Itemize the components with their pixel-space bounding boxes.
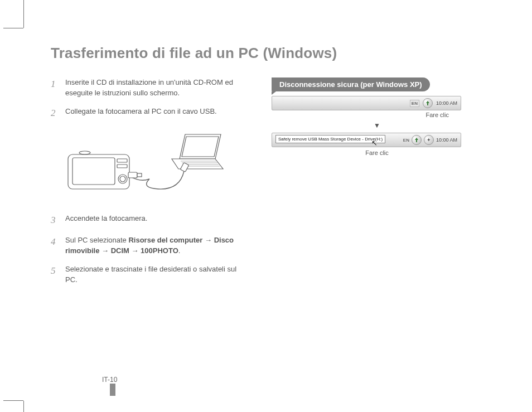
step-5: 5 Selezionate e trascinate i file deside… (51, 264, 247, 285)
language-indicator: EN (410, 100, 419, 107)
safely-remove-tooltip: Safely remove USB Mass Storage Device - … (275, 135, 385, 143)
svg-point-10 (79, 151, 90, 154)
crop-mark (3, 28, 23, 28)
safely-remove-icon (412, 135, 422, 145)
page-title: Trasferimento di file ad un PC (Windows) (51, 45, 482, 62)
right-column: Disconnessione sicura (per Windows XP) E… (272, 77, 482, 293)
step-1: 1 Inserite il CD di installazione in un'… (51, 77, 247, 99)
step-3: 3 Accendete la fotocamera. (51, 214, 247, 227)
crop-mark (3, 400, 23, 401)
cursor-icon: ↖ (371, 139, 378, 147)
click-label: Fare clic (272, 149, 482, 156)
a: → (129, 246, 141, 255)
crop-mark (23, 401, 24, 412)
step-number: 2 (51, 106, 59, 120)
step-number: 1 (51, 77, 59, 99)
clock: 10:00 AM (436, 137, 457, 143)
page: Trasferimento di file ad un PC (Windows)… (24, 28, 509, 400)
step-text: Accendete la fotocamera. (65, 214, 247, 227)
camera-laptop-illustration (51, 128, 247, 202)
t: Sul PC selezionate (65, 236, 128, 244)
safely-remove-icon (423, 98, 433, 108)
step-number: 3 (51, 214, 59, 227)
svg-rect-4 (68, 154, 129, 189)
svg-rect-12 (137, 173, 142, 177)
a: → (202, 236, 214, 244)
step-text: Sul PC selezionate Risorse del computer … (65, 235, 247, 256)
t: . (178, 246, 181, 255)
b: DCIM (111, 246, 129, 255)
svg-rect-11 (128, 172, 137, 178)
step-2: 2 Collegate la fotocamera al PC con il c… (51, 106, 247, 120)
clock: 10:00 AM (436, 100, 457, 106)
taskbar-1: EN 10:00 AM (272, 96, 461, 110)
step-number: 4 (51, 235, 59, 256)
b: Risorse del computer (128, 236, 202, 244)
step-number: 5 (51, 264, 59, 285)
language-indicator: EN (403, 138, 409, 143)
arrow-down-icon: ▼ (272, 122, 482, 129)
page-tab (110, 384, 115, 396)
step-4: 4 Sul PC selezionate Risorse del compute… (51, 235, 247, 256)
a: → (99, 246, 110, 255)
step-text: Collegate la fotocamera al PC con il cav… (65, 106, 247, 120)
click-label: Fare clic (272, 112, 482, 118)
b: 100PHOTO (141, 246, 178, 255)
taskbar-2: Safely remove USB Mass Storage Device - … (272, 133, 461, 147)
page-number: IT-10 (102, 376, 117, 384)
step-text: Inserite il CD di installazione in un'un… (65, 77, 247, 99)
step-text: Selezionate e trascinate i file desidera… (65, 264, 247, 285)
section-heading: Disconnessione sicura (per Windows XP) (272, 77, 430, 91)
crop-mark (23, 0, 24, 28)
left-column: 1 Inserite il CD di installazione in un'… (51, 77, 247, 293)
tray-icon: ✦ (424, 135, 434, 145)
